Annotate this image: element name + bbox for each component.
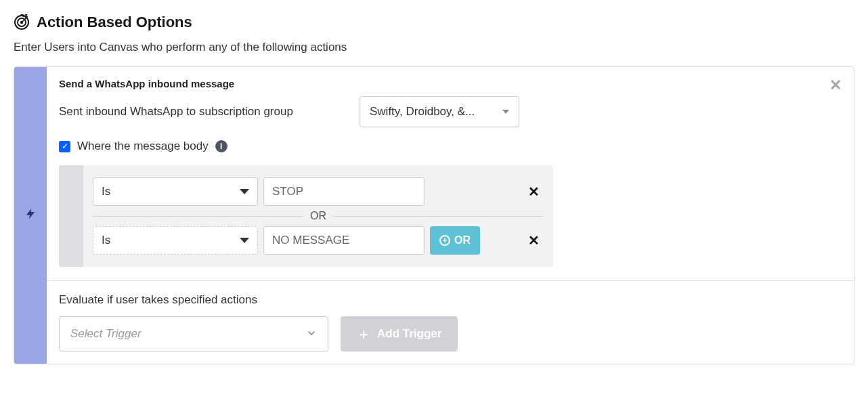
- target-icon: [14, 14, 30, 30]
- message-body-label: Where the message body: [77, 140, 209, 153]
- plus-icon: ＋: [357, 327, 370, 341]
- operator-value: Is: [102, 185, 110, 198]
- or-divider-label: OR: [303, 210, 333, 222]
- subscription-group-select[interactable]: Swifty, Droidboy, &...: [360, 96, 519, 127]
- rule-value-input[interactable]: [263, 177, 425, 206]
- info-icon[interactable]: i: [215, 140, 227, 152]
- select-trigger-dropdown[interactable]: Select Trigger: [59, 316, 328, 351]
- chevron-down-icon: [240, 238, 249, 243]
- remove-rule-button[interactable]: ✕: [524, 232, 544, 249]
- remove-trigger-button[interactable]: ✕: [829, 78, 842, 93]
- evaluate-label: Evaluate if user takes specified actions: [59, 293, 842, 307]
- trigger-panel: ✕ Send a WhatsApp inbound message Sent i…: [14, 66, 854, 364]
- rules-handle: [59, 165, 83, 267]
- bolt-icon: [24, 205, 37, 226]
- rule-value-input[interactable]: [263, 226, 425, 255]
- rule-row: Is + OR ✕: [93, 226, 544, 255]
- add-or-button[interactable]: + OR: [430, 226, 480, 255]
- message-body-checkbox[interactable]: ✓: [59, 141, 70, 152]
- add-trigger-button[interactable]: ＋ Add Trigger: [341, 316, 458, 351]
- chevron-down-icon: [306, 326, 317, 342]
- chevron-down-icon: [240, 189, 249, 194]
- page-subtitle: Enter Users into Canvas who perform any …: [14, 41, 854, 54]
- trigger-title: Send a WhatsApp inbound message: [59, 78, 842, 89]
- panel-sidebar: [14, 67, 47, 364]
- remove-rule-button[interactable]: ✕: [524, 184, 544, 200]
- add-trigger-label: Add Trigger: [377, 327, 441, 341]
- subscription-group-label: Sent inbound WhatsApp to subscription gr…: [59, 105, 343, 119]
- subscription-group-value: Swifty, Droidboy, &...: [370, 105, 475, 119]
- rule-row: Is ✕: [93, 177, 544, 206]
- chevron-down-icon: [502, 110, 509, 114]
- operator-select[interactable]: Is: [93, 226, 258, 255]
- plus-circle-icon: +: [439, 235, 450, 246]
- operator-value: Is: [102, 234, 110, 247]
- rules-block: Is ✕ OR Is: [59, 165, 553, 267]
- operator-select[interactable]: Is: [93, 177, 258, 206]
- page-title: Action Based Options: [37, 14, 192, 31]
- or-button-label: OR: [454, 234, 471, 247]
- or-divider: OR: [93, 210, 544, 222]
- select-trigger-placeholder: Select Trigger: [70, 327, 142, 341]
